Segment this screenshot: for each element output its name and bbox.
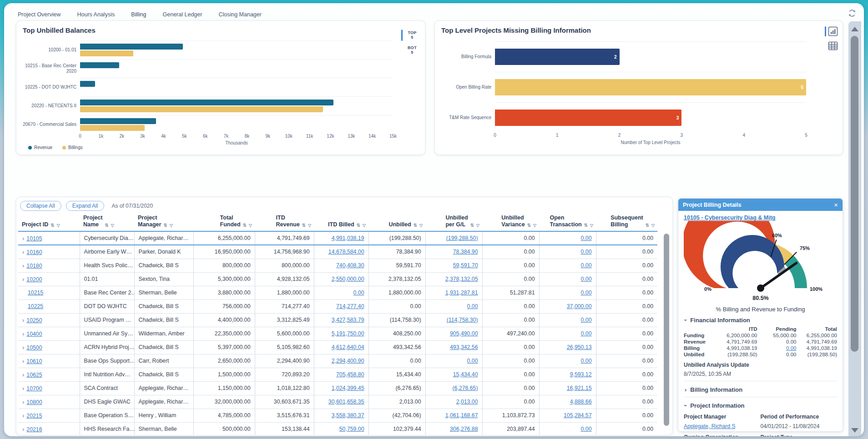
cell-unbilled_gl[interactable]: 306,276.88 — [425, 422, 482, 435]
project-id-link[interactable]: 10500 — [26, 344, 42, 351]
expand-chevron-icon[interactable]: › — [22, 412, 24, 419]
cell-unbilled_gl[interactable]: 59,591.70 — [425, 259, 482, 272]
cell-itd_billed[interactable]: 4,612,640.04 — [314, 340, 368, 354]
project-info-value[interactable]: Applegate, Richard S — [684, 423, 761, 431]
sort-icon[interactable]: ⇅ — [470, 223, 474, 228]
sort-icon[interactable]: ⇅ — [105, 223, 108, 228]
unbilled_gl-link[interactable]: 0.00 — [467, 358, 478, 364]
open_transaction-link[interactable]: 105,284.57 — [564, 412, 592, 419]
cell-unbilled_gl[interactable]: (199,288.50) — [425, 231, 482, 245]
cell-unbilled_gl[interactable]: 0.00 — [425, 354, 482, 368]
cell-itd_billed[interactable]: 705,458.80 — [314, 368, 368, 381]
cell-open_transaction[interactable]: 105,284.57 — [539, 409, 596, 422]
filter-icon[interactable]: ▽ — [590, 223, 593, 228]
cell-project_id[interactable]: ›10700 — [18, 381, 80, 395]
unbilled_gl-link[interactable]: 2,378,132.05 — [445, 276, 478, 282]
financial-information-section-header[interactable]: › Financial Information — [684, 313, 837, 326]
missing-chart-bar[interactable]: 2 — [495, 49, 620, 65]
open_transaction-link[interactable]: 0.00 — [581, 276, 592, 282]
cell-project_id[interactable]: ›20215 — [18, 409, 80, 422]
filter-icon[interactable]: ▽ — [57, 223, 60, 228]
cell-open_transaction[interactable]: 0.00 — [539, 245, 596, 259]
unbilled_gl-link[interactable]: (114,758.30) — [447, 317, 478, 323]
itd_billed-link[interactable]: 5,191,750.00 — [332, 330, 364, 337]
cell-unbilled_gl[interactable]: 493,342.56 — [425, 340, 482, 354]
project-id-link[interactable]: 10800 — [26, 399, 42, 405]
unbilled-chart-bar-revenue[interactable] — [80, 81, 95, 87]
cell-project_id[interactable]: ›10105 — [18, 231, 80, 245]
itd_billed-link[interactable]: 3,427,583.79 — [332, 317, 364, 323]
cell-open_transaction[interactable]: 0.00 — [539, 422, 596, 435]
cell-unbilled_gl[interactable]: 1,931,287.81 — [425, 286, 482, 299]
cell-open_transaction[interactable]: 0.00 — [539, 354, 596, 368]
cell-itd_billed[interactable]: 3,558,380.37 — [314, 409, 368, 422]
cell-open_transaction[interactable]: 37,000.00 — [539, 299, 596, 313]
open_transaction-link[interactable]: 0.00 — [581, 289, 592, 296]
itd_billed-link[interactable]: 1,024,399.45 — [332, 385, 364, 391]
cell-itd_billed[interactable]: 740,408.30 — [314, 259, 368, 272]
project-id-link[interactable]: 10400 — [26, 331, 42, 337]
itd_billed-link[interactable]: 50,759.00 — [339, 426, 364, 432]
filter-icon[interactable]: ▽ — [111, 223, 114, 228]
scroll-down-arrow-icon[interactable] — [851, 428, 858, 433]
filter-icon[interactable]: ▽ — [170, 223, 173, 228]
expand-chevron-icon[interactable]: › — [22, 426, 24, 433]
cell-open_transaction[interactable]: 16,921.15 — [539, 381, 596, 395]
tab-hours-analysis[interactable]: Hours Analysis — [76, 10, 116, 20]
project-id-link[interactable]: 10250 — [26, 317, 42, 324]
project-manager-link[interactable]: Applegate, Richard S — [684, 423, 735, 429]
missing-chart-bar[interactable]: 3 — [495, 110, 681, 126]
cell-project_id[interactable]: ›10610 — [18, 354, 80, 368]
unbilled-chart-bar-revenue[interactable] — [80, 100, 333, 105]
cell-project_id[interactable]: ›10180 — [18, 259, 80, 272]
cell-open_transaction[interactable]: 0.00 — [539, 286, 596, 299]
cell-unbilled_gl[interactable]: (114,758.30) — [425, 313, 482, 327]
cell-itd_billed[interactable]: 50,759.00 — [314, 422, 368, 435]
project-id-link[interactable]: 10160 — [26, 249, 42, 255]
expand-all-button[interactable]: Expand All — [66, 201, 105, 211]
sort-icon[interactable]: ⇅ — [584, 223, 588, 228]
tab-project-overview[interactable]: Project Overview — [17, 10, 61, 20]
cell-open_transaction[interactable]: 0.00 — [539, 327, 596, 340]
unbilled-chart-bar-revenue[interactable] — [80, 44, 183, 50]
cell-itd_billed[interactable]: 5,191,750.00 — [314, 327, 368, 340]
sort-icon[interactable]: ⇅ — [414, 223, 417, 228]
cell-unbilled_gl[interactable]: 905,490.00 — [425, 327, 482, 340]
cell-project_id[interactable]: ›20216 — [18, 422, 80, 435]
filter-icon[interactable]: ▽ — [363, 223, 366, 228]
open_transaction-link[interactable]: 0.00 — [581, 249, 592, 255]
filter-icon[interactable]: ▽ — [419, 223, 423, 228]
scroll-up-arrow-icon[interactable] — [851, 27, 858, 31]
cell-project_id[interactable]: ›10250 — [18, 313, 80, 327]
itd_billed-link[interactable]: 0.00 — [353, 289, 364, 296]
filter-icon[interactable]: ▽ — [249, 223, 252, 228]
unbilled_gl-link[interactable]: 2,013.00 — [456, 399, 478, 405]
cell-itd_billed[interactable]: 2,294,400.90 — [314, 354, 368, 368]
unbilled_gl-link[interactable]: 306,276.88 — [450, 426, 478, 432]
tab-billing[interactable]: Billing — [130, 10, 147, 20]
table-scrollbar[interactable] — [664, 233, 669, 432]
open_transaction-link[interactable]: 0.00 — [581, 235, 592, 241]
cell-unbilled_gl[interactable]: 1,061,168.67 — [425, 409, 482, 422]
cell-unbilled_gl[interactable]: 2,378,132.05 — [425, 272, 482, 286]
itd_billed-link[interactable]: 30,601,658.35 — [328, 399, 364, 405]
cell-open_transaction[interactable]: 0.00 — [539, 272, 596, 286]
itd_billed-link[interactable]: 3,558,380.37 — [332, 412, 364, 419]
cell-project_id[interactable]: 10225 — [18, 299, 80, 313]
filter-icon[interactable]: ▽ — [308, 223, 311, 228]
sort-icon[interactable]: ⇅ — [163, 223, 167, 228]
itd_billed-link[interactable]: 2,550,000.00 — [332, 276, 364, 282]
cell-project_id[interactable]: 10215 — [18, 286, 80, 299]
open_transaction-link[interactable]: 0.00 — [581, 426, 592, 432]
project-id-link[interactable]: 20216 — [26, 426, 42, 433]
cell-itd_billed[interactable]: 30,601,658.35 — [314, 395, 368, 409]
page-scrollbar-thumb[interactable] — [851, 36, 858, 352]
itd_billed-link[interactable]: 714,277.40 — [336, 303, 364, 309]
cell-open_transaction[interactable]: 26,950.13 — [539, 340, 596, 354]
missing-chart-bar[interactable]: 5 — [495, 79, 806, 95]
unbilled-chart-bar-billings[interactable] — [80, 125, 145, 131]
sort-icon[interactable]: ⇅ — [357, 223, 360, 228]
table-scrollbar-thumb[interactable] — [664, 234, 669, 426]
unbilled_gl-link[interactable]: 78,384.90 — [453, 249, 478, 255]
unbilled_gl-link[interactable]: 0.00 — [467, 303, 478, 309]
